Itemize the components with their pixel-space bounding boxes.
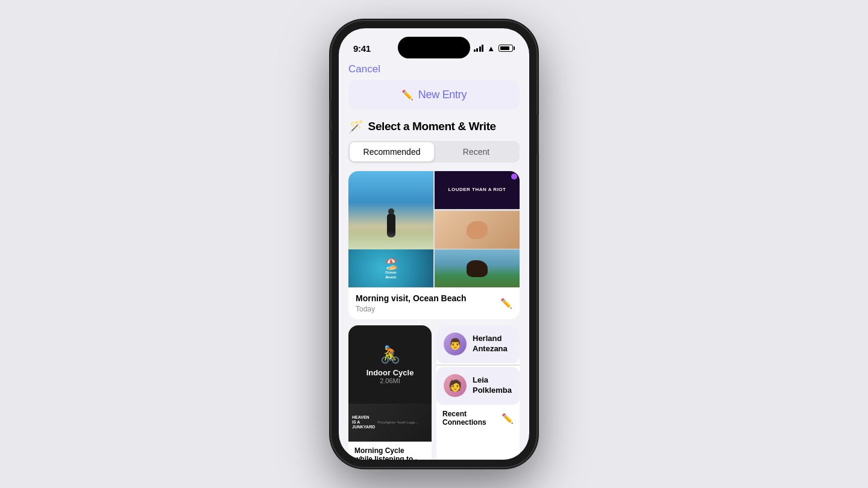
cancel-button[interactable]: Cancel (348, 58, 380, 80)
beach-main-photo[interactable] (348, 171, 433, 249)
cycle-icon: 🚴 (380, 345, 401, 364)
cycle-card: 🚴 Indoor Cycle 2.06MI HEAVENIS AJUNKYARD… (348, 325, 432, 460)
connections-meta: Recent Connections ✏️ (436, 405, 520, 432)
moment-date: Today (356, 305, 467, 313)
album-badge (511, 174, 517, 180)
activity-sub-album[interactable]: HEAVENIS AJUNKYARD Prizefighter Youth La… (348, 404, 432, 442)
seashell-shape (467, 221, 488, 239)
new-entry-button[interactable]: ✏️ New Entry (348, 80, 520, 110)
seashell-photo[interactable] (435, 211, 520, 249)
person-card-herland[interactable]: 👨 HerlandAntezana (436, 325, 520, 363)
app-content: Cancel ✏️ New Entry 🪄 Select a Moment & … (339, 58, 529, 460)
moment-card-beach: LOUDER THAN A RIOT 🏖️ OceanBeach (348, 171, 520, 319)
magic-wand-icon: 🪄 (348, 119, 363, 134)
wifi-icon: ▲ (487, 44, 495, 53)
ocean-beach-app-thumb[interactable]: 🏖️ OceanBeach (348, 249, 433, 287)
sub-album-cover: HEAVENIS AJUNKYARD Prizefighter Youth La… (348, 404, 432, 442)
activity-name: Indoor Cycle (366, 368, 414, 377)
leia-avatar: 🧑 (444, 374, 467, 397)
tab-recommended[interactable]: Recommended (350, 142, 434, 161)
herland-name: HerlandAntezana (473, 334, 508, 354)
cycle-moment-info: Morning Cycle while listening to Youth..… (354, 446, 414, 460)
connections-grid: 👨 HerlandAntezana 🧑 LeiaPolklemba (436, 325, 520, 405)
dynamic-island (398, 37, 470, 58)
moment-info: Morning visit, Ocean Beach Today (356, 293, 467, 313)
album-cover-thumb[interactable]: LOUDER THAN A RIOT (435, 171, 520, 209)
section-title: 🪄 Select a Moment & Write (348, 119, 520, 134)
tab-recent[interactable]: Recent (434, 142, 518, 161)
divider (436, 364, 520, 366)
cycle-moment-meta: Morning Cycle while listening to Youth..… (348, 442, 432, 460)
cycle-moment-title: Morning Cycle while listening to Youth..… (354, 446, 414, 460)
sub-album-title: HEAVENIS AJUNKYARD (352, 415, 375, 430)
album-text: LOUDER THAN A RIOT (448, 187, 506, 193)
wave-overlay (348, 231, 433, 249)
cycle-edit-icon[interactable]: ✏️ (414, 458, 426, 460)
moment-thumbs-row2: 🏖️ OceanBeach (348, 249, 520, 287)
beach-label: OceanBeach (385, 271, 396, 279)
moment-meta-beach: Morning visit, Ocean Beach Today ✏️ (348, 287, 520, 319)
dog-photo-thumb[interactable] (435, 249, 520, 287)
phone-screen: 9:41 ▲ Cancel ✏️ New Entry (339, 28, 529, 460)
tabs-row: Recommended Recent (348, 141, 520, 163)
second-row-cards: 🚴 Indoor Cycle 2.06MI HEAVENIS AJUNKYARD… (348, 325, 520, 460)
status-time: 9:41 (353, 43, 371, 54)
edit-icon: ✏️ (401, 89, 414, 101)
status-icons: ▲ (474, 44, 515, 53)
person-card-leia[interactable]: 🧑 LeiaPolklemba (436, 367, 520, 405)
section-title-text: Select a Moment & Write (368, 120, 496, 133)
activity-main[interactable]: 🚴 Indoor Cycle 2.06MI (348, 325, 432, 404)
herland-avatar: 👨 (444, 333, 467, 355)
dog-silhouette (467, 260, 488, 277)
moment-edit-icon[interactable]: ✏️ (500, 298, 512, 309)
sub-album-meta: Prizefighter Youth Lago... (377, 421, 418, 424)
new-entry-label: New Entry (418, 89, 467, 101)
battery-icon (498, 45, 515, 52)
signal-bars-icon (474, 45, 484, 52)
moment-images-grid: LOUDER THAN A RIOT (348, 171, 520, 249)
activity-distance: 2.06MI (380, 377, 400, 384)
connections-edit-icon[interactable]: ✏️ (502, 413, 514, 424)
moment-title: Morning visit, Ocean Beach (356, 293, 467, 304)
connections-card: 👨 HerlandAntezana 🧑 LeiaPolklemba Recent… (436, 325, 520, 460)
connections-info: Recent Connections (442, 410, 502, 427)
ocean-icon: 🏖️ (385, 257, 398, 271)
leia-name: LeiaPolklemba (473, 375, 512, 396)
connections-title: Recent Connections (442, 410, 502, 427)
